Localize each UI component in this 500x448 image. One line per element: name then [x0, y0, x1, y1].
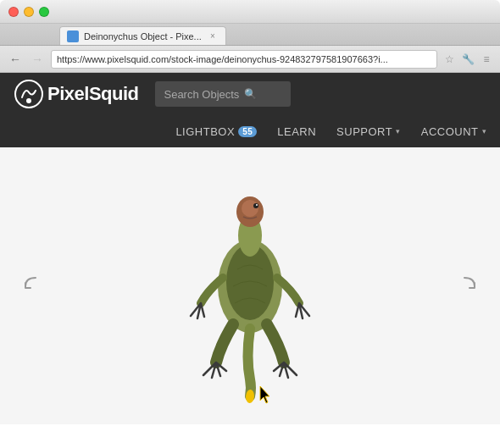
dino-svg	[165, 159, 335, 413]
rotate-right-button[interactable]	[458, 271, 483, 301]
tab-bar: Deinonychus Object - Pixe... ×	[0, 24, 500, 46]
svg-point-8	[256, 204, 258, 206]
svg-point-7	[253, 203, 258, 208]
dino-viewer	[157, 151, 343, 422]
main-content	[0, 147, 500, 424]
menu-icon[interactable]: ≡	[480, 53, 493, 66]
site-top-bar: PixelSquid Search Objects 🔍	[0, 73, 500, 115]
nav-support[interactable]: SUPPORT ▾	[336, 125, 401, 138]
rotate-left-button[interactable]	[17, 271, 42, 301]
site-logo[interactable]: PixelSquid	[14, 79, 138, 109]
address-bar: ← → ☆ 🔧 ≡	[0, 46, 500, 73]
url-bar[interactable]	[51, 50, 437, 69]
close-button[interactable]	[8, 7, 19, 17]
svg-point-1	[26, 98, 31, 103]
tab-title: Deinonychus Object - Pixe...	[84, 31, 202, 41]
minimize-button[interactable]	[24, 7, 34, 17]
extensions-icon[interactable]: 🔧	[461, 53, 475, 66]
nav-lightbox[interactable]: LIGHTBOX 55	[175, 125, 257, 138]
nav-support-label: SUPPORT	[336, 125, 392, 138]
nav-lightbox-label: LIGHTBOX	[175, 125, 235, 138]
search-placeholder: Search Objects	[164, 88, 239, 101]
active-tab[interactable]: Deinonychus Object - Pixe... ×	[59, 26, 226, 45]
lightbox-badge: 55	[238, 126, 257, 137]
traffic-lights	[8, 7, 49, 17]
title-bar	[0, 0, 500, 24]
svg-point-0	[15, 80, 42, 108]
site-header: PixelSquid Search Objects 🔍 LIGHTBOX 55 …	[0, 73, 500, 147]
nav-learn-label: LEARN	[277, 125, 316, 138]
nav-account-label: ACCOUNT	[421, 125, 479, 138]
website-content: PixelSquid Search Objects 🔍 LIGHTBOX 55 …	[0, 73, 500, 424]
tab-favicon	[67, 30, 79, 42]
nav-account[interactable]: ACCOUNT ▾	[421, 125, 486, 138]
maximize-button[interactable]	[39, 7, 49, 17]
bookmark-icon[interactable]: ☆	[442, 53, 456, 66]
support-chevron-icon: ▾	[396, 127, 401, 136]
back-button[interactable]: ←	[7, 51, 24, 68]
tab-close-button[interactable]: ×	[207, 30, 219, 42]
search-icon: 🔍	[244, 88, 257, 100]
logo-text: PixelSquid	[47, 83, 138, 105]
site-nav: LIGHTBOX 55 LEARN SUPPORT ▾ ACCOUNT ▾	[0, 115, 500, 147]
browser-window: Deinonychus Object - Pixe... × ← → ☆ 🔧 ≡	[0, 0, 500, 424]
forward-button[interactable]: →	[29, 51, 46, 68]
account-chevron-icon: ▾	[482, 127, 487, 136]
nav-learn[interactable]: LEARN	[277, 125, 316, 138]
logo-icon	[14, 79, 44, 109]
search-box[interactable]: Search Objects 🔍	[155, 81, 291, 107]
